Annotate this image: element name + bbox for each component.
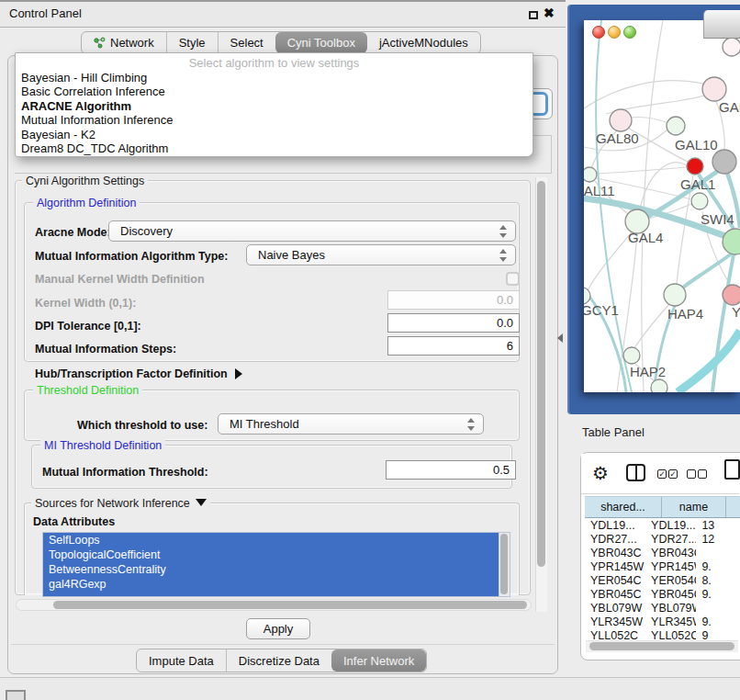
table-cell[interactable]: YBL079W	[585, 602, 645, 615]
data-attribute-item[interactable]: BetweennessCentrality	[43, 562, 510, 577]
splitter-collapse-icon[interactable]	[557, 333, 563, 343]
table-cell[interactable]: YBL079W	[645, 602, 696, 615]
table-row[interactable]: YDR27...YDR27...12	[585, 533, 740, 547]
select-all-checkbox-icon[interactable]: ✓	[668, 469, 678, 479]
which-threshold-label: Which threshold to use:	[77, 419, 207, 432]
hub-definition-toggle[interactable]: Hub/Transcription Factor Definition	[35, 367, 242, 380]
settings-hscrollbar-thumb[interactable]	[53, 601, 527, 609]
mi-algorithm-type-combobox[interactable]: Naive Bayes	[246, 244, 516, 265]
table-cell[interactable]: YLL052C	[645, 629, 696, 639]
table-cell[interactable]: YPR145W	[585, 560, 645, 574]
close-icon[interactable]: ✖	[544, 6, 555, 20]
bottom-tab-discretize-data[interactable]: Discretize Data	[226, 649, 331, 672]
table-cell[interactable]: 13	[696, 519, 740, 533]
table-cell[interactable]: 9.	[696, 560, 740, 574]
table-hscrollbar-thumb[interactable]	[589, 642, 734, 650]
tab-jactivemnodules[interactable]: jActiveMNodules	[367, 32, 480, 53]
bottom-tab-infer-network[interactable]: Infer Network	[331, 649, 426, 672]
float-window-icon[interactable]	[529, 11, 538, 19]
network-node-gal10[interactable]	[667, 117, 685, 135]
table-cell[interactable]: 8.	[696, 574, 740, 588]
algorithm-option[interactable]: ARACNE Algorithm	[21, 99, 527, 113]
algorithm-option[interactable]: Bayesian - K2	[21, 128, 527, 141]
table-row[interactable]: YER054CYER054C8.	[585, 574, 740, 588]
tab-cyni-toolbox[interactable]: Cyni Toolbox	[275, 32, 367, 53]
settings-vscrollbar-thumb[interactable]	[537, 181, 545, 567]
tab-style[interactable]: Style	[166, 32, 218, 53]
table-cell[interactable]: YLR345W	[645, 615, 696, 629]
apply-button[interactable]: Apply	[246, 618, 310, 639]
table-row[interactable]: YLL052CYLL052C9	[585, 629, 740, 639]
algorithm-option[interactable]: Basic Correlation Inference	[21, 85, 527, 98]
table-cell[interactable]: YDR27...	[645, 533, 696, 547]
table-row[interactable]: YBR045CYBR045C9.	[585, 588, 740, 602]
table-cell[interactable]: YER054C	[645, 574, 696, 588]
collapsed-panel-icon[interactable]	[6, 690, 26, 700]
function-builder-icon[interactable]	[724, 459, 740, 480]
sources-toggle[interactable]: Sources for Network Inference	[31, 497, 210, 510]
tab-network[interactable]: Network	[82, 32, 166, 53]
table-cell[interactable]: YBR045C	[585, 588, 645, 602]
table-column-header[interactable]: shared...	[585, 497, 662, 517]
tab-select[interactable]: Select	[218, 32, 275, 53]
data-attribute-item[interactable]: SelfLoops	[43, 533, 510, 548]
table-cell[interactable]: YDR27...	[585, 533, 645, 547]
table-cell[interactable]: 9	[696, 629, 740, 639]
table-cell[interactable]: YLL052C	[585, 629, 645, 639]
network-node-swi4[interactable]	[723, 229, 740, 254]
data-attribute-item[interactable]: gal4RGexp	[43, 577, 510, 592]
select-all-checkbox-icon[interactable]: ✓	[657, 469, 667, 479]
network-node-y[interactable]	[723, 285, 740, 305]
deselect-all-checkbox-icon[interactable]	[687, 469, 696, 479]
table-cell[interactable]: YDL19...	[585, 519, 645, 533]
network-node-gal[interactable]	[702, 77, 726, 101]
table-cell[interactable]: 9.	[696, 615, 740, 629]
deselect-all-checkbox-icon[interactable]	[698, 469, 707, 479]
mi-threshold-field[interactable]: 0.5	[386, 460, 516, 480]
data-attribute-item[interactable]: TopologicalCoefficient	[43, 548, 510, 562]
attributes-scrollbar-thumb[interactable]	[500, 534, 508, 594]
network-node-gal80[interactable]	[610, 109, 632, 131]
aracne-mode-combobox[interactable]: Discovery	[108, 220, 516, 242]
algorithm-option[interactable]: Mutual Information Inference	[21, 113, 527, 127]
table-cell[interactable]: YLR345W	[585, 615, 645, 629]
bottom-tab-impute-data[interactable]: Impute Data	[137, 649, 226, 672]
network-node[interactable]	[687, 158, 703, 175]
algorithm-option[interactable]: Dream8 DC_TDC Algorithm	[21, 141, 527, 155]
network-node[interactable]	[723, 38, 740, 56]
table-column-header[interactable]: name	[662, 497, 726, 517]
table-row[interactable]: YBR043CYBR043C	[585, 547, 740, 560]
network-node-gal11[interactable]	[584, 167, 597, 182]
dpi-tolerance-field[interactable]: 0.0	[387, 313, 520, 333]
table-column-header[interactable]: A	[726, 497, 740, 517]
traffic-light-zoom-icon[interactable]	[623, 26, 636, 39]
table-cell[interactable]: 12	[696, 533, 740, 547]
table-row[interactable]: YDL19...YDL19...13	[585, 519, 740, 533]
table-cell[interactable]: YBR045C	[645, 588, 696, 602]
network-node[interactable]	[712, 150, 736, 174]
table-cell[interactable]: YPR145W	[645, 560, 696, 574]
data-attributes-list[interactable]: SelfLoopsTopologicalCoefficientBetweenne…	[42, 532, 510, 597]
gear-icon[interactable]: ⚙︎	[592, 462, 609, 484]
mi-steps-field[interactable]: 6	[387, 336, 520, 356]
table-row[interactable]: YPR145WYPR145W9.	[585, 560, 740, 574]
algorithm-option[interactable]: Bayesian - Hill Climbing	[21, 71, 527, 85]
table-cell[interactable]: YER054C	[585, 574, 645, 588]
network-node-gal1[interactable]	[691, 193, 708, 209]
traffic-light-close-icon[interactable]	[592, 26, 605, 39]
network-canvas[interactable]: GALGAL80GAL10GAL1SWI4GAL11GAL4GCY1HAP4YH…	[584, 20, 740, 392]
which-threshold-combobox[interactable]: MI Threshold	[218, 413, 484, 435]
table-cell[interactable]: YBR043C	[585, 547, 645, 560]
column-browser-icon[interactable]	[626, 464, 645, 481]
table-cell[interactable]	[696, 602, 740, 615]
table-cell[interactable]: 9.	[696, 588, 740, 602]
table-cell[interactable]	[696, 547, 740, 560]
table-row[interactable]: YLR345WYLR345W9.	[585, 615, 740, 629]
traffic-light-minimize-icon[interactable]	[608, 26, 621, 39]
network-node-hap2[interactable]	[623, 347, 640, 364]
network-node-hap4[interactable]	[664, 284, 686, 306]
table-cell[interactable]: YBR043C	[645, 547, 696, 560]
network-node[interactable]	[651, 379, 667, 392]
table-row[interactable]: YBL079WYBL079W	[585, 602, 740, 615]
table-cell[interactable]: YDL19...	[645, 519, 696, 533]
